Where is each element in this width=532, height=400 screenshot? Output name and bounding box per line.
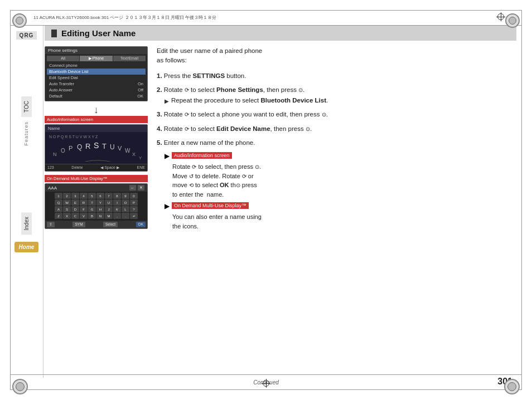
letter-arc-display: N O P Q R S T U V W X Y [47, 139, 145, 162]
name-screen-controls: 123 Delete ◀ Space ▶ ENE [45, 164, 147, 171]
key-d: D [71, 206, 79, 212]
arrow-indicator-audio: ▶ [165, 152, 170, 160]
step-1: 1. Press the SETTINGS button. [157, 71, 516, 81]
tab-phone: ▶ Phone [80, 56, 112, 61]
keyboard-header: AAA ← ✕ [45, 184, 147, 192]
top-bar-left: 11 ACURA RLX-31TY26000.book 301 ページ ２０１３… [16, 13, 216, 22]
ondemand-badge: On Demand Multi-Use Display™ [172, 202, 249, 209]
section-title: Editing User Name [61, 28, 136, 38]
phone-settings-menu: All ▶ Phone Text/Email Connect phone Blu… [45, 54, 147, 101]
name-screen-header: Name [45, 125, 147, 132]
shift-button: ⇧ [47, 222, 55, 227]
bottom-left-circle [12, 379, 28, 394]
sidebar-index[interactable]: Index [21, 212, 32, 235]
audio-screen-label: Audio/information screen [45, 116, 148, 123]
intro-text: Edit the user name of a paired phoneas f… [157, 46, 516, 66]
qrg-badge: QRG [16, 31, 37, 40]
step-2-sub: ▶ Repeat the procedure to select Bluetoo… [165, 96, 516, 105]
file-info: 11 ACURA RLX-31TY26000.book 301 ページ ２０１３… [33, 14, 216, 21]
keyboard-row-4: Z X C V B N M , . ↵ [47, 213, 146, 219]
step-3: 3. Rotate ⟳ to select a phone you want t… [157, 110, 516, 119]
audio-badge: Audio/information screen [172, 152, 232, 159]
key-w: W [63, 199, 71, 206]
key-y: Y [96, 199, 104, 206]
key-e: E [71, 199, 79, 206]
ondemand-screen-label: On Demand Multi-Use Display™ [45, 175, 148, 182]
key-r: R [80, 199, 88, 206]
key-period: . [122, 213, 129, 219]
sym-button: SYM [72, 222, 85, 227]
svg-text:Y: Y [139, 155, 142, 160]
svg-text:Q: Q [77, 143, 82, 151]
key-j: J [105, 206, 113, 212]
audio-note-text: Rotate ⟳ to select, then press ⊙. Move ↺… [172, 162, 516, 199]
keyboard-bottom: ⇧ SYM Select OK [45, 221, 147, 228]
select-button: Select [103, 222, 118, 227]
name-screen-body: N O P Q R S T U V W X Y Z N O P Q R S T … [45, 132, 147, 164]
keyboard-row-3: A S D F G H J K L ? [47, 206, 146, 212]
svg-text:R: R [85, 142, 90, 150]
svg-point-12 [75, 160, 120, 162]
menu-bluetooth: Bluetooth Device List [47, 69, 146, 75]
home-button[interactable]: Home [14, 242, 39, 252]
ondemand-note-text: You can also enter a name using the icon… [172, 212, 516, 231]
sidebar-toc[interactable]: TOC [21, 96, 32, 117]
main-content: Editing User Name Phone settings All ▶ P… [45, 26, 516, 378]
key-n: N [96, 213, 104, 219]
top-left-circle [12, 13, 27, 28]
arc-svg: N O P Q R S T U V W X Y [47, 139, 145, 162]
menu-auto-transfer: Auto TransferOn [47, 81, 146, 87]
step-2: 2. Rotate ⟳ to select Phone Settings, th… [157, 85, 516, 106]
left-sidebar: QRG TOC Features Index Home [10, 26, 43, 378]
menu-speed-dial: Edit Speed Dial [47, 75, 146, 81]
knob-icon-4: ⟳ [185, 125, 189, 133]
section-indicator [51, 30, 57, 37]
key-q: Q [55, 199, 62, 206]
svg-text:O: O [61, 148, 65, 154]
svg-text:P: P [69, 145, 72, 152]
keyboard-screen: AAA ← ✕ 1 2 3 4 5 6 7 8 [45, 183, 148, 229]
key-f: F [80, 206, 88, 212]
note-audio: ▶ Audio/information screen Rotate ⟳ to s… [165, 152, 516, 199]
instruction-column: Edit the user name of a paired phoneas f… [157, 46, 516, 234]
key-1: 1 [55, 193, 62, 199]
close-icon: ✕ [138, 185, 144, 191]
key-3: 3 [71, 193, 79, 199]
bottom-center-reg-mark [262, 379, 270, 388]
note-ondemand: ▶ On Demand Multi-Use Display™ You can a… [165, 202, 516, 231]
key-7: 7 [105, 193, 113, 199]
phone-settings-bold: Phone Settings [216, 86, 263, 93]
key-v: V [80, 213, 88, 219]
svg-text:N: N [53, 152, 57, 157]
press-icon-3: ⊙ [322, 110, 326, 119]
top-right-reg-mark [496, 12, 505, 21]
key-5: 5 [88, 193, 96, 199]
press-icon-4: ⊙ [306, 125, 310, 133]
key-i: I [113, 199, 121, 206]
key-2: 2 [63, 193, 71, 199]
key-m: M [105, 213, 113, 219]
svg-text:S: S [94, 141, 99, 150]
menu-auto-answer: Auto AnswerOff [47, 87, 146, 93]
menu-tabs: All ▶ Phone Text/Email [47, 56, 146, 61]
note-audio-badge-row: ▶ Audio/information screen [165, 152, 516, 160]
key-u: U [105, 199, 113, 206]
key-z: Z [55, 213, 62, 219]
settings-bold: SETTINGS [193, 72, 225, 79]
features-label: Features [23, 121, 29, 146]
svg-text:W: W [125, 148, 130, 154]
name-screen: Name N O P Q R S T U V W X Y Z N O P Q R… [45, 124, 148, 172]
ok-button: OK [136, 222, 146, 227]
press-icon-2: ⊙ [298, 86, 303, 94]
key-g: G [88, 206, 96, 212]
keyboard-header-icons: ← ✕ [129, 185, 144, 191]
back-icon: ← [129, 185, 136, 191]
knob-icon-3: ⟳ [185, 110, 189, 119]
key-o: O [122, 199, 129, 206]
svg-text:V: V [118, 145, 122, 152]
key-question: ? [130, 206, 138, 212]
keyboard-row-2: Q W E R T Y U I O P [47, 199, 146, 206]
key-c: C [71, 213, 79, 219]
content-body: Phone settings All ▶ Phone Text/Email Co… [45, 46, 516, 234]
edit-device-bold: Edit Device Name [216, 125, 270, 132]
